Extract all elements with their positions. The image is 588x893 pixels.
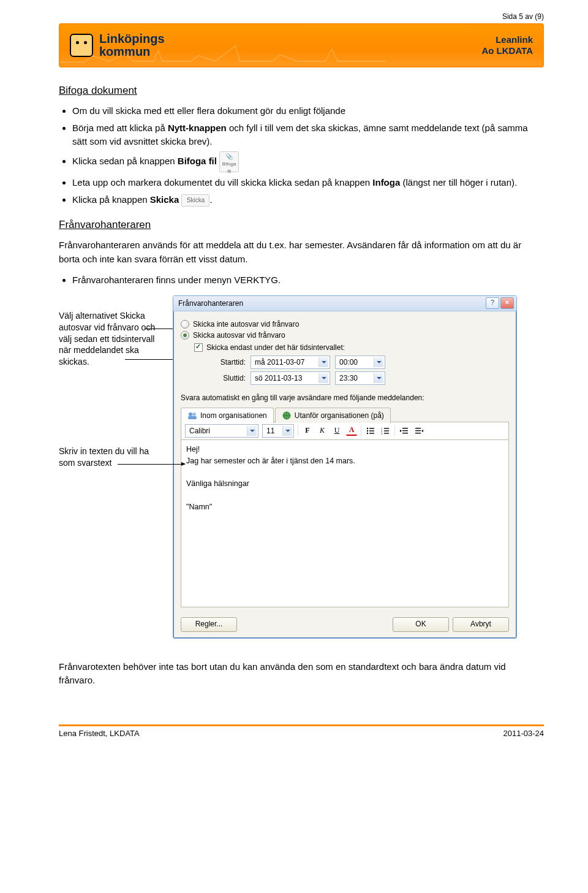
bullet-list-button[interactable] <box>365 425 376 436</box>
svg-rect-20 <box>415 428 421 428</box>
attach-icon: 📎Bifoga fil <box>219 151 239 172</box>
start-date-dropdown[interactable]: må 2011-03-07 <box>251 355 330 369</box>
org-name-2: kommun <box>99 45 165 58</box>
banner-right-1: Leanlink <box>481 34 533 45</box>
s2-bullet-1: Frånvarohanteraren finns under menyn VER… <box>72 273 544 287</box>
close-button[interactable]: × <box>500 297 514 309</box>
chevron-down-icon <box>374 373 383 383</box>
indent-button[interactable] <box>413 425 424 436</box>
globe-icon <box>282 411 292 420</box>
bottom-note: Frånvarotexten behöver inte tas bort uta… <box>59 660 544 688</box>
radio-autoreply[interactable]: Skicka autosvar vid frånvaro <box>181 331 509 340</box>
svg-marker-19 <box>400 430 402 432</box>
svg-point-0 <box>189 412 192 416</box>
start-label: Starttid: <box>209 358 246 367</box>
font-dropdown[interactable]: Calibri <box>185 424 258 438</box>
svg-rect-2 <box>188 416 197 419</box>
bifoga-heading: Bifoga dokument <box>59 85 544 97</box>
people-icon <box>187 411 197 420</box>
chevron-down-icon <box>282 426 292 436</box>
underline-button[interactable]: U <box>331 425 342 436</box>
outdent-icon <box>400 427 409 435</box>
tab-outside-org[interactable]: Utanför organisationen (på) <box>275 408 391 423</box>
italic-button[interactable]: K <box>317 425 328 436</box>
annotation-label-1: Välj alternativet Skicka autosvar vid fr… <box>59 310 163 368</box>
message-editor[interactable]: Hej! Jag har semester och är åter i tjän… <box>181 440 509 607</box>
start-time-dropdown[interactable]: 00:00 <box>335 355 385 369</box>
bold-button[interactable]: F <box>302 425 313 436</box>
svg-rect-16 <box>402 428 408 428</box>
help-button[interactable]: ? <box>486 297 499 309</box>
s1-bullet-5: Klicka på knappen Skicka Skicka. <box>72 193 544 207</box>
auto-reply-instruction: Svara automatiskt en gång till varje avs… <box>181 393 509 402</box>
editor-toolbar: Calibri 11 F K U A <box>181 422 509 440</box>
svg-point-4 <box>367 428 368 429</box>
end-label: Sluttid: <box>209 374 246 382</box>
dialog-titlebar[interactable]: Frånvarohanteraren ? × <box>173 296 516 311</box>
svg-point-6 <box>367 430 368 431</box>
lion-logo-icon <box>70 34 93 57</box>
org-name-1: Linköpings <box>99 32 165 45</box>
radio-no-autoreply[interactable]: Skicka inte autosvar vid frånvaro <box>181 320 509 329</box>
franvaro-dialog: Frånvarohanteraren ? × Skicka inte autos… <box>173 295 517 639</box>
ok-button[interactable]: OK <box>393 617 449 632</box>
franvaro-intro: Frånvarohanteraren används för att medde… <box>59 238 544 266</box>
svg-rect-5 <box>369 428 374 428</box>
svg-marker-23 <box>421 430 423 432</box>
footer-author: Lena Fristedt, LKDATA <box>59 729 140 738</box>
svg-rect-9 <box>369 433 374 433</box>
outdent-button[interactable] <box>399 425 410 436</box>
svg-rect-15 <box>384 433 389 433</box>
radio-icon <box>181 320 189 329</box>
number-list-icon: 123 <box>381 427 390 435</box>
rules-button[interactable]: Regler... <box>181 617 237 632</box>
svg-rect-18 <box>402 433 408 433</box>
check-interval[interactable]: Skicka endast under det här tidsinterval… <box>194 343 509 352</box>
chevron-down-icon <box>247 426 257 436</box>
page-footer: Lena Fristedt, LKDATA 2011-03-24 <box>59 724 544 738</box>
svg-rect-21 <box>415 430 421 431</box>
header-banner: Linköpings kommun Leanlink Ao LKDATA <box>59 23 544 67</box>
font-color-button[interactable]: A <box>346 425 357 436</box>
cancel-button[interactable]: Avbryt <box>453 617 509 632</box>
send-icon: Skicka <box>181 194 209 207</box>
svg-rect-22 <box>415 433 421 433</box>
indent-icon <box>415 427 423 435</box>
end-date-dropdown[interactable]: sö 2011-03-13 <box>251 371 330 385</box>
fontsize-dropdown[interactable]: 11 <box>262 424 294 438</box>
svg-point-8 <box>367 433 368 434</box>
svg-text:3: 3 <box>381 432 383 435</box>
s1-bullet-1: Om du vill skicka med ett eller flera do… <box>72 104 544 118</box>
svg-rect-11 <box>384 428 389 428</box>
tab-inside-org[interactable]: Inom organisationen <box>181 408 274 423</box>
chevron-down-icon <box>318 373 328 383</box>
svg-rect-13 <box>384 430 389 431</box>
chevron-down-icon <box>374 357 383 367</box>
svg-point-1 <box>192 412 196 416</box>
s1-bullet-2: Börja med att klicka på Nytt-knappen och… <box>72 121 544 148</box>
svg-rect-7 <box>369 430 374 431</box>
svg-rect-17 <box>402 430 408 431</box>
end-time-dropdown[interactable]: 23:30 <box>335 371 385 385</box>
chevron-down-icon <box>318 357 328 367</box>
number-list-button[interactable]: 123 <box>380 425 391 436</box>
page-number: Sida 5 av (9) <box>59 12 544 21</box>
bullet-list-icon <box>366 427 375 435</box>
radio-icon-checked <box>181 331 189 340</box>
s1-bullet-4: Leta upp och markera dokumentet du vill … <box>72 176 544 189</box>
checkbox-icon <box>194 343 203 352</box>
footer-date: 2011-03-24 <box>503 729 545 738</box>
s1-bullet-3: Klicka sedan på knappen Bifoga fil 📎Bifo… <box>72 151 544 172</box>
dialog-title: Frånvarohanteraren <box>178 299 243 308</box>
banner-right-2: Ao LKDATA <box>481 45 533 56</box>
franvaro-heading: Frånvarohanteraren <box>59 219 544 231</box>
